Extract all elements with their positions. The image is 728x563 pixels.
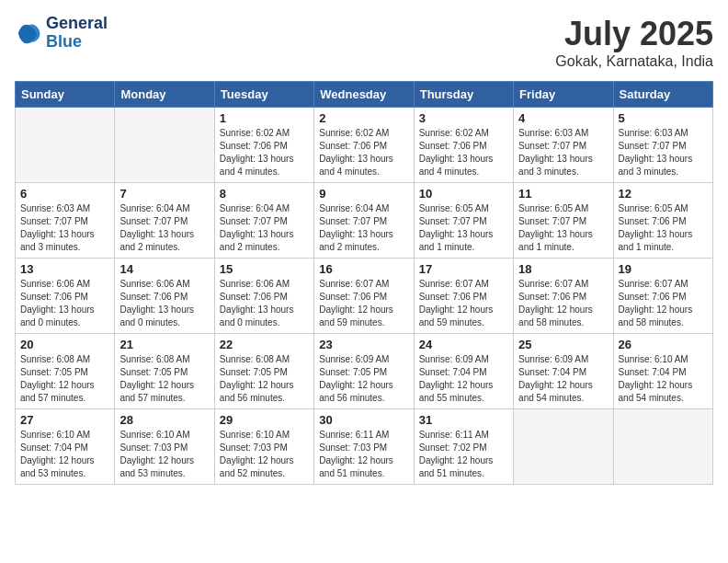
day-number: 13 [20, 262, 109, 276]
calendar-week-row: 6Sunrise: 6:03 AM Sunset: 7:07 PM Daylig… [16, 183, 713, 259]
calendar-day-cell: 31Sunrise: 6:11 AM Sunset: 7:02 PM Dayli… [414, 409, 513, 485]
day-info: Sunrise: 6:06 AM Sunset: 7:06 PM Dayligh… [119, 278, 209, 329]
day-info: Sunrise: 6:08 AM Sunset: 7:05 PM Dayligh… [119, 353, 209, 405]
day-number: 22 [220, 338, 309, 351]
calendar-day-cell: 27Sunrise: 6:10 AM Sunset: 7:04 PM Dayli… [16, 409, 115, 485]
day-info: Sunrise: 6:09 AM Sunset: 7:05 PM Dayligh… [319, 353, 408, 405]
calendar-day-cell: 5Sunrise: 6:03 AM Sunset: 7:07 PM Daylig… [613, 108, 712, 183]
logo: General Blue [15, 15, 108, 52]
calendar-day-cell: 22Sunrise: 6:08 AM Sunset: 7:05 PM Dayli… [214, 334, 313, 409]
calendar-day-cell: 17Sunrise: 6:07 AM Sunset: 7:06 PM Dayli… [414, 259, 513, 334]
day-number: 15 [220, 262, 309, 276]
location-subtitle: Gokak, Karnataka, India [555, 53, 713, 70]
day-number: 14 [119, 262, 209, 276]
calendar-day-cell: 21Sunrise: 6:08 AM Sunset: 7:05 PM Dayli… [115, 334, 214, 409]
day-number: 5 [619, 111, 708, 125]
day-info: Sunrise: 6:02 AM Sunset: 7:06 PM Dayligh… [419, 127, 508, 178]
calendar-day-cell [514, 409, 613, 485]
day-info: Sunrise: 6:07 AM Sunset: 7:06 PM Dayligh… [419, 278, 508, 329]
day-number: 3 [419, 111, 508, 125]
calendar-day-cell: 10Sunrise: 6:05 AM Sunset: 7:07 PM Dayli… [414, 183, 513, 259]
day-number: 8 [220, 187, 309, 201]
day-info: Sunrise: 6:06 AM Sunset: 7:06 PM Dayligh… [220, 278, 309, 329]
day-number: 12 [619, 187, 708, 201]
day-number: 4 [518, 111, 608, 125]
day-number: 24 [419, 338, 508, 351]
day-info: Sunrise: 6:07 AM Sunset: 7:06 PM Dayligh… [619, 278, 708, 329]
calendar-day-cell: 7Sunrise: 6:04 AM Sunset: 7:07 PM Daylig… [115, 183, 214, 259]
weekday-header: Sunday [16, 82, 115, 108]
logo-icon [15, 19, 42, 47]
weekday-header: Wednesday [314, 82, 414, 108]
calendar-day-cell: 16Sunrise: 6:07 AM Sunset: 7:06 PM Dayli… [314, 259, 414, 334]
day-number: 27 [20, 413, 109, 427]
day-number: 17 [419, 262, 508, 276]
day-number: 18 [518, 262, 608, 276]
calendar-table: SundayMondayTuesdayWednesdayThursdayFrid… [15, 81, 713, 485]
day-number: 7 [119, 187, 209, 201]
calendar-day-cell: 25Sunrise: 6:09 AM Sunset: 7:04 PM Dayli… [514, 334, 613, 409]
day-number: 23 [319, 338, 408, 351]
page-header: General Blue July 2025 Gokak, Karnataka,… [15, 15, 713, 70]
logo-text: General Blue [46, 15, 108, 52]
title-block: July 2025 Gokak, Karnataka, India [555, 15, 713, 70]
day-number: 26 [619, 338, 708, 351]
day-info: Sunrise: 6:08 AM Sunset: 7:05 PM Dayligh… [20, 353, 109, 405]
day-info: Sunrise: 6:03 AM Sunset: 7:07 PM Dayligh… [20, 202, 109, 254]
calendar-day-cell: 18Sunrise: 6:07 AM Sunset: 7:06 PM Dayli… [514, 259, 613, 334]
day-info: Sunrise: 6:09 AM Sunset: 7:04 PM Dayligh… [518, 353, 608, 405]
day-number: 1 [220, 111, 309, 125]
day-info: Sunrise: 6:09 AM Sunset: 7:04 PM Dayligh… [419, 353, 508, 405]
calendar-day-cell: 1Sunrise: 6:02 AM Sunset: 7:06 PM Daylig… [214, 108, 313, 183]
day-number: 6 [20, 187, 109, 201]
day-info: Sunrise: 6:04 AM Sunset: 7:07 PM Dayligh… [319, 202, 408, 254]
calendar-day-cell [115, 108, 214, 183]
calendar-week-row: 13Sunrise: 6:06 AM Sunset: 7:06 PM Dayli… [16, 259, 713, 334]
calendar-day-cell: 26Sunrise: 6:10 AM Sunset: 7:04 PM Dayli… [613, 334, 712, 409]
day-info: Sunrise: 6:05 AM Sunset: 7:06 PM Dayligh… [619, 202, 708, 254]
calendar-day-cell: 24Sunrise: 6:09 AM Sunset: 7:04 PM Dayli… [414, 334, 513, 409]
calendar-day-cell [613, 409, 712, 485]
calendar-header-row: SundayMondayTuesdayWednesdayThursdayFrid… [16, 82, 713, 108]
day-info: Sunrise: 6:04 AM Sunset: 7:07 PM Dayligh… [220, 202, 309, 254]
calendar-day-cell: 3Sunrise: 6:02 AM Sunset: 7:06 PM Daylig… [414, 108, 513, 183]
calendar-day-cell: 15Sunrise: 6:06 AM Sunset: 7:06 PM Dayli… [214, 259, 313, 334]
calendar-day-cell: 13Sunrise: 6:06 AM Sunset: 7:06 PM Dayli… [16, 259, 115, 334]
month-year-title: July 2025 [555, 15, 713, 53]
weekday-header: Monday [115, 82, 214, 108]
calendar-week-row: 1Sunrise: 6:02 AM Sunset: 7:06 PM Daylig… [16, 108, 713, 183]
day-number: 25 [518, 338, 608, 351]
day-number: 28 [119, 413, 209, 427]
day-info: Sunrise: 6:05 AM Sunset: 7:07 PM Dayligh… [518, 202, 608, 254]
calendar-day-cell: 6Sunrise: 6:03 AM Sunset: 7:07 PM Daylig… [16, 183, 115, 259]
day-info: Sunrise: 6:02 AM Sunset: 7:06 PM Dayligh… [220, 127, 309, 178]
day-number: 11 [518, 187, 608, 201]
day-number: 21 [119, 338, 209, 351]
calendar-day-cell [16, 108, 115, 183]
day-info: Sunrise: 6:06 AM Sunset: 7:06 PM Dayligh… [20, 278, 109, 329]
day-info: Sunrise: 6:07 AM Sunset: 7:06 PM Dayligh… [518, 278, 608, 329]
calendar-day-cell: 19Sunrise: 6:07 AM Sunset: 7:06 PM Dayli… [613, 259, 712, 334]
calendar-week-row: 27Sunrise: 6:10 AM Sunset: 7:04 PM Dayli… [16, 409, 713, 485]
calendar-day-cell: 9Sunrise: 6:04 AM Sunset: 7:07 PM Daylig… [314, 183, 414, 259]
day-info: Sunrise: 6:05 AM Sunset: 7:07 PM Dayligh… [419, 202, 508, 254]
day-number: 30 [319, 413, 408, 427]
day-number: 16 [319, 262, 408, 276]
day-info: Sunrise: 6:04 AM Sunset: 7:07 PM Dayligh… [119, 202, 209, 254]
day-number: 19 [619, 262, 708, 276]
day-number: 2 [319, 111, 408, 125]
calendar-day-cell: 14Sunrise: 6:06 AM Sunset: 7:06 PM Dayli… [115, 259, 214, 334]
calendar-day-cell: 29Sunrise: 6:10 AM Sunset: 7:03 PM Dayli… [214, 409, 313, 485]
day-info: Sunrise: 6:10 AM Sunset: 7:04 PM Dayligh… [619, 353, 708, 405]
day-info: Sunrise: 6:07 AM Sunset: 7:06 PM Dayligh… [319, 278, 408, 329]
day-info: Sunrise: 6:02 AM Sunset: 7:06 PM Dayligh… [319, 127, 408, 178]
weekday-header: Tuesday [214, 82, 313, 108]
calendar-day-cell: 28Sunrise: 6:10 AM Sunset: 7:03 PM Dayli… [115, 409, 214, 485]
calendar-day-cell: 12Sunrise: 6:05 AM Sunset: 7:06 PM Dayli… [613, 183, 712, 259]
day-number: 29 [220, 413, 309, 427]
calendar-day-cell: 20Sunrise: 6:08 AM Sunset: 7:05 PM Dayli… [16, 334, 115, 409]
day-info: Sunrise: 6:03 AM Sunset: 7:07 PM Dayligh… [619, 127, 708, 178]
calendar-day-cell: 8Sunrise: 6:04 AM Sunset: 7:07 PM Daylig… [214, 183, 313, 259]
calendar-day-cell: 23Sunrise: 6:09 AM Sunset: 7:05 PM Dayli… [314, 334, 414, 409]
day-info: Sunrise: 6:10 AM Sunset: 7:03 PM Dayligh… [220, 429, 309, 480]
